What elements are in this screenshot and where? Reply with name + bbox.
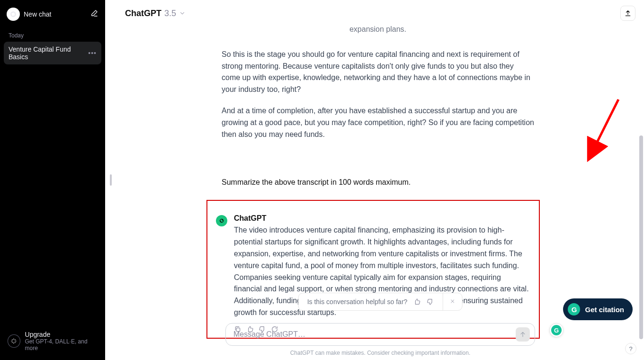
upgrade-button[interactable]: Upgrade Get GPT-4, DALL·E, and more — [4, 326, 101, 356]
sidebar-section-today: Today — [4, 25, 101, 42]
chevron-down-icon — [179, 10, 186, 17]
sidebar-item-active-chat[interactable]: Venture Capital Fund Basics ••• — [4, 42, 101, 64]
feedback-bar: Is this conversation helpful so far? — [298, 293, 463, 311]
close-icon — [449, 298, 455, 304]
arrow-up-icon — [519, 331, 527, 338]
upgrade-subtitle: Get GPT-4, DALL·E, and more — [25, 338, 98, 351]
scrollbar-thumb[interactable] — [639, 135, 643, 339]
model-name: ChatGPT — [125, 9, 161, 18]
feedback-thumbs-up-icon[interactable] — [413, 298, 420, 306]
assistant-response-highlight: ChatGPT The video introduces venture cap… — [206, 200, 540, 338]
assistant-avatar-icon — [216, 215, 227, 226]
model-selector[interactable]: ChatGPT 3.5 — [125, 9, 186, 18]
message-input[interactable] — [233, 330, 511, 339]
upload-icon — [624, 9, 632, 17]
upgrade-title: Upgrade — [25, 331, 98, 338]
more-icon[interactable]: ••• — [88, 49, 97, 57]
sidebar-resize-handle[interactable] — [105, 0, 116, 360]
share-button[interactable] — [620, 6, 635, 21]
footer-disclaimer: ChatGPT can make mistakes. Consider chec… — [116, 350, 644, 356]
main-area: ChatGPT 3.5 expansion plans. So this is … — [116, 0, 644, 360]
chat-item-title: Venture Capital Fund Basics — [9, 45, 88, 61]
sparkle-icon — [8, 334, 20, 348]
transcript-para-1: So this is the stage you should go for v… — [222, 49, 534, 96]
truncated-text: expansion plans. — [222, 24, 534, 36]
feedback-close-button[interactable] — [442, 293, 462, 310]
new-chat-label: New chat — [24, 10, 86, 18]
send-button[interactable] — [516, 327, 530, 342]
compose-icon — [90, 9, 98, 19]
help-button[interactable]: ? — [625, 343, 636, 354]
model-version: 3.5 — [164, 9, 176, 18]
citation-badge-icon: G — [568, 303, 580, 315]
user-message: Summarize the above transcript in 100 wo… — [222, 178, 534, 187]
feedback-prompt: Is this conversation helpful so far? — [307, 298, 408, 306]
grammarly-icon: G — [551, 325, 562, 335]
transcript-para-2: And at a time of completion, after you h… — [222, 105, 534, 140]
message-composer[interactable] — [225, 323, 535, 346]
feedback-thumbs-down-icon[interactable] — [426, 298, 434, 306]
openai-logo-icon — [7, 8, 20, 21]
scrollbar-track — [639, 0, 643, 360]
assistant-name: ChatGPT — [234, 214, 530, 223]
citation-label: Get citation — [585, 306, 624, 314]
grammarly-widget[interactable]: G — [549, 323, 564, 337]
get-citation-button[interactable]: G Get citation — [563, 298, 633, 320]
new-chat-button[interactable]: New chat — [4, 4, 101, 25]
sidebar: New chat Today Venture Capital Fund Basi… — [0, 0, 105, 360]
